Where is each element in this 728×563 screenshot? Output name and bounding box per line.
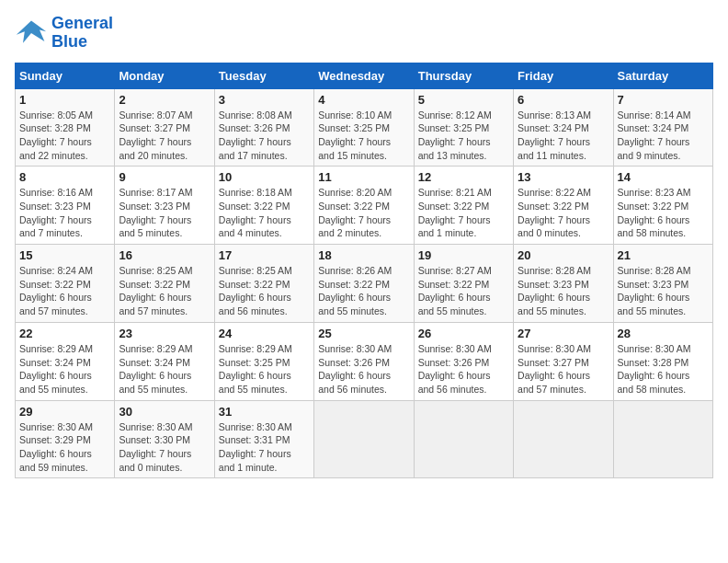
empty-cell — [314, 400, 414, 478]
day-number: 29 — [19, 405, 110, 419]
day-info: Sunrise: 8:30 AM Sunset: 3:27 PM Dayligh… — [518, 342, 609, 396]
day-info: Sunrise: 8:17 AM Sunset: 3:23 PM Dayligh… — [119, 186, 210, 240]
col-header-wednesday: Wednesday — [314, 63, 414, 88]
day-number: 23 — [119, 327, 210, 340]
day-cell-11: 11Sunrise: 8:20 AM Sunset: 3:22 PM Dayli… — [314, 167, 414, 245]
day-info: Sunrise: 8:30 AM Sunset: 3:29 PM Dayligh… — [19, 420, 110, 475]
col-header-tuesday: Tuesday — [214, 63, 313, 88]
day-number: 22 — [19, 327, 110, 340]
day-info: Sunrise: 8:13 AM Sunset: 3:24 PM Dayligh… — [518, 109, 609, 163]
day-number: 16 — [119, 248, 210, 262]
day-cell-27: 27Sunrise: 8:30 AM Sunset: 3:27 PM Dayli… — [514, 322, 613, 400]
day-info: Sunrise: 8:26 AM Sunset: 3:22 PM Dayligh… — [318, 264, 409, 318]
day-info: Sunrise: 8:29 AM Sunset: 3:24 PM Dayligh… — [119, 342, 210, 396]
day-cell-18: 18Sunrise: 8:26 AM Sunset: 3:22 PM Dayli… — [314, 245, 414, 323]
svg-marker-0 — [17, 20, 46, 42]
bird-icon — [15, 17, 48, 50]
day-number: 4 — [318, 93, 409, 107]
day-number: 2 — [119, 93, 210, 107]
calendar-table: SundayMondayTuesdayWednesdayThursdayFrid… — [15, 63, 713, 479]
day-number: 7 — [618, 93, 709, 107]
day-cell-19: 19Sunrise: 8:27 AM Sunset: 3:22 PM Dayli… — [414, 245, 513, 323]
week-row-1: 1Sunrise: 8:05 AM Sunset: 3:28 PM Daylig… — [16, 88, 713, 167]
day-number: 20 — [518, 248, 609, 262]
day-cell-3: 3Sunrise: 8:08 AM Sunset: 3:26 PM Daylig… — [214, 88, 313, 167]
day-info: Sunrise: 8:28 AM Sunset: 3:23 PM Dayligh… — [518, 264, 609, 318]
day-number: 27 — [518, 327, 609, 340]
empty-cell — [414, 400, 513, 478]
day-info: Sunrise: 8:07 AM Sunset: 3:27 PM Dayligh… — [119, 109, 210, 163]
day-number: 30 — [119, 405, 210, 419]
day-number: 31 — [219, 405, 310, 419]
page-header: General Blue — [15, 15, 713, 52]
day-info: Sunrise: 8:29 AM Sunset: 3:24 PM Dayligh… — [19, 342, 110, 396]
day-info: Sunrise: 8:24 AM Sunset: 3:22 PM Dayligh… — [19, 264, 110, 318]
day-cell-29: 29Sunrise: 8:30 AM Sunset: 3:29 PM Dayli… — [16, 400, 115, 478]
day-info: Sunrise: 8:30 AM Sunset: 3:28 PM Dayligh… — [618, 342, 709, 396]
day-number: 14 — [618, 170, 709, 184]
day-info: Sunrise: 8:30 AM Sunset: 3:30 PM Dayligh… — [119, 420, 210, 475]
day-cell-1: 1Sunrise: 8:05 AM Sunset: 3:28 PM Daylig… — [16, 88, 115, 167]
day-cell-5: 5Sunrise: 8:12 AM Sunset: 3:25 PM Daylig… — [414, 88, 513, 167]
day-cell-9: 9Sunrise: 8:17 AM Sunset: 3:23 PM Daylig… — [115, 167, 214, 245]
empty-cell — [514, 400, 613, 478]
week-row-3: 15Sunrise: 8:24 AM Sunset: 3:22 PM Dayli… — [16, 245, 713, 323]
day-number: 10 — [219, 170, 310, 184]
day-info: Sunrise: 8:14 AM Sunset: 3:24 PM Dayligh… — [618, 109, 709, 163]
day-cell-4: 4Sunrise: 8:10 AM Sunset: 3:25 PM Daylig… — [314, 88, 414, 167]
day-info: Sunrise: 8:22 AM Sunset: 3:22 PM Dayligh… — [518, 186, 609, 240]
day-cell-8: 8Sunrise: 8:16 AM Sunset: 3:23 PM Daylig… — [16, 167, 115, 245]
col-header-sunday: Sunday — [16, 63, 115, 88]
day-cell-30: 30Sunrise: 8:30 AM Sunset: 3:30 PM Dayli… — [115, 400, 214, 478]
day-number: 3 — [219, 93, 310, 107]
day-cell-12: 12Sunrise: 8:21 AM Sunset: 3:22 PM Dayli… — [414, 167, 513, 245]
day-number: 9 — [119, 170, 210, 184]
day-info: Sunrise: 8:12 AM Sunset: 3:25 PM Dayligh… — [418, 109, 509, 163]
day-number: 5 — [418, 93, 509, 107]
day-number: 12 — [418, 170, 509, 184]
day-number: 6 — [518, 93, 609, 107]
day-info: Sunrise: 8:25 AM Sunset: 3:22 PM Dayligh… — [119, 264, 210, 318]
day-info: Sunrise: 8:05 AM Sunset: 3:28 PM Dayligh… — [19, 109, 110, 163]
col-header-friday: Friday — [514, 63, 613, 88]
day-cell-6: 6Sunrise: 8:13 AM Sunset: 3:24 PM Daylig… — [514, 88, 613, 167]
day-info: Sunrise: 8:08 AM Sunset: 3:26 PM Dayligh… — [219, 109, 310, 163]
day-number: 25 — [318, 327, 409, 340]
day-cell-10: 10Sunrise: 8:18 AM Sunset: 3:22 PM Dayli… — [214, 167, 313, 245]
day-cell-26: 26Sunrise: 8:30 AM Sunset: 3:26 PM Dayli… — [414, 322, 513, 400]
day-info: Sunrise: 8:10 AM Sunset: 3:25 PM Dayligh… — [318, 109, 409, 163]
day-info: Sunrise: 8:20 AM Sunset: 3:22 PM Dayligh… — [318, 186, 409, 240]
day-cell-24: 24Sunrise: 8:29 AM Sunset: 3:25 PM Dayli… — [214, 322, 313, 400]
day-cell-31: 31Sunrise: 8:30 AM Sunset: 3:31 PM Dayli… — [214, 400, 313, 478]
day-cell-16: 16Sunrise: 8:25 AM Sunset: 3:22 PM Dayli… — [115, 245, 214, 323]
brand-name: General Blue — [51, 15, 113, 52]
day-info: Sunrise: 8:30 AM Sunset: 3:26 PM Dayligh… — [418, 342, 509, 396]
day-cell-20: 20Sunrise: 8:28 AM Sunset: 3:23 PM Dayli… — [514, 245, 613, 323]
day-cell-13: 13Sunrise: 8:22 AM Sunset: 3:22 PM Dayli… — [514, 167, 613, 245]
day-info: Sunrise: 8:27 AM Sunset: 3:22 PM Dayligh… — [418, 264, 509, 318]
day-cell-21: 21Sunrise: 8:28 AM Sunset: 3:23 PM Dayli… — [613, 245, 712, 323]
day-number: 24 — [219, 327, 310, 340]
day-info: Sunrise: 8:23 AM Sunset: 3:22 PM Dayligh… — [618, 186, 709, 240]
brand-logo: General Blue — [15, 15, 113, 52]
day-number: 15 — [19, 248, 110, 262]
day-info: Sunrise: 8:25 AM Sunset: 3:22 PM Dayligh… — [219, 264, 310, 318]
day-number: 19 — [418, 248, 509, 262]
day-number: 28 — [618, 327, 709, 340]
day-cell-7: 7Sunrise: 8:14 AM Sunset: 3:24 PM Daylig… — [613, 88, 712, 167]
day-info: Sunrise: 8:18 AM Sunset: 3:22 PM Dayligh… — [219, 186, 310, 240]
day-number: 17 — [219, 248, 310, 262]
day-cell-28: 28Sunrise: 8:30 AM Sunset: 3:28 PM Dayli… — [613, 322, 712, 400]
day-cell-23: 23Sunrise: 8:29 AM Sunset: 3:24 PM Dayli… — [115, 322, 214, 400]
day-info: Sunrise: 8:28 AM Sunset: 3:23 PM Dayligh… — [618, 264, 709, 318]
day-number: 1 — [19, 93, 110, 107]
day-info: Sunrise: 8:16 AM Sunset: 3:23 PM Dayligh… — [19, 186, 110, 240]
day-cell-17: 17Sunrise: 8:25 AM Sunset: 3:22 PM Dayli… — [214, 245, 313, 323]
week-row-5: 29Sunrise: 8:30 AM Sunset: 3:29 PM Dayli… — [16, 400, 713, 478]
day-number: 8 — [19, 170, 110, 184]
col-header-thursday: Thursday — [414, 63, 513, 88]
day-cell-25: 25Sunrise: 8:30 AM Sunset: 3:26 PM Dayli… — [314, 322, 414, 400]
empty-cell — [613, 400, 712, 478]
day-cell-2: 2Sunrise: 8:07 AM Sunset: 3:27 PM Daylig… — [115, 88, 214, 167]
day-number: 11 — [318, 170, 409, 184]
